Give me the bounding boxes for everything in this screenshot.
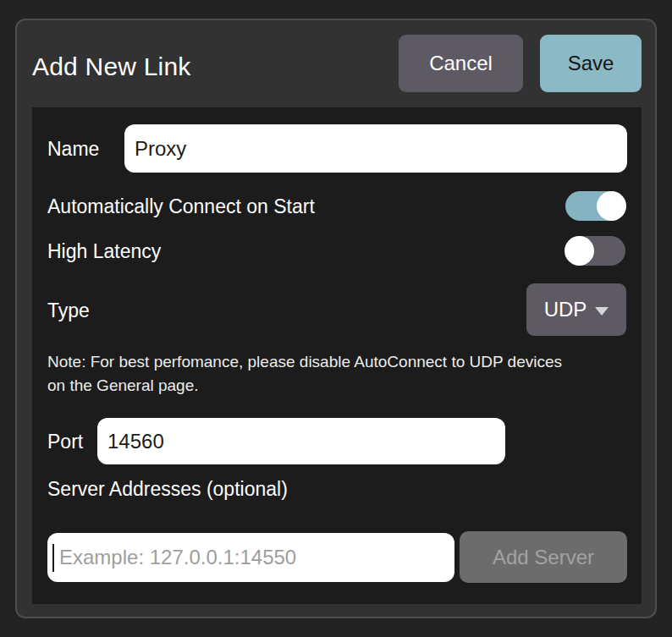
text-cursor: [52, 544, 54, 572]
toggle-knob: [597, 191, 626, 221]
chevron-down-icon: [595, 307, 609, 316]
server-address-input[interactable]: [47, 533, 454, 582]
udp-note-line: on the General page.: [47, 374, 631, 398]
link-settings-panel: Name Automatically Connect on Start High…: [32, 107, 642, 604]
auto-connect-toggle[interactable]: [565, 191, 625, 221]
high-latency-label: High Latency: [47, 240, 161, 262]
cancel-button[interactable]: Cancel: [399, 35, 523, 92]
name-input[interactable]: [124, 124, 627, 173]
type-label: Type: [47, 299, 90, 321]
udp-note: Note: For best perfomance, please disabl…: [47, 350, 631, 398]
type-selected-value: UDP: [544, 298, 587, 321]
type-dropdown[interactable]: UDP: [526, 283, 626, 336]
port-label: Port: [47, 431, 83, 453]
toggle-knob: [565, 236, 594, 266]
high-latency-toggle[interactable]: [565, 236, 625, 266]
udp-note-line: Note: For best perfomance, please disabl…: [47, 350, 631, 374]
dialog-title: Add New Link: [32, 51, 191, 83]
add-server-button[interactable]: Add Server: [460, 531, 627, 583]
name-label: Name: [47, 138, 99, 160]
port-input[interactable]: [97, 418, 505, 464]
server-addresses-label: Server Addresses (optional): [47, 478, 288, 500]
add-new-link-dialog: Add New Link Cancel Save Name Automatica…: [15, 19, 657, 618]
auto-connect-label: Automatically Connect on Start: [47, 195, 315, 217]
save-button[interactable]: Save: [540, 35, 642, 92]
